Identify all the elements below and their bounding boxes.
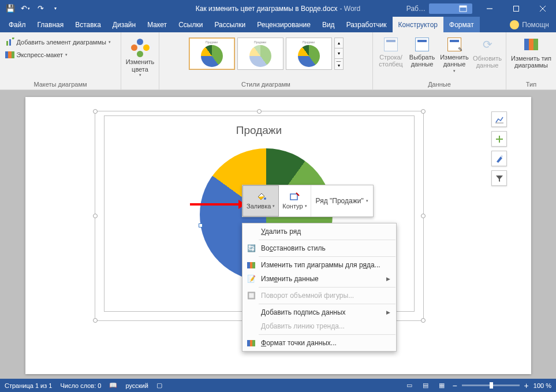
submenu-arrow-icon: ▶ — [386, 276, 390, 282]
outline-icon — [289, 192, 300, 201]
spelling-button[interactable]: 📖 — [109, 382, 117, 389]
print-layout-button[interactable]: ▤ — [420, 381, 431, 390]
maximize-button[interactable] — [503, 0, 529, 17]
tab-view[interactable]: Вид — [316, 17, 341, 32]
change-type-icon — [247, 260, 256, 270]
ctx-separator — [259, 256, 395, 257]
ctx-format-data-point[interactable]: Формат точки данных... — [242, 336, 396, 350]
fill-icon — [255, 192, 267, 201]
resize-handle[interactable] — [421, 318, 426, 323]
ctx-separator — [259, 287, 395, 288]
svg-rect-6 — [6, 41, 8, 46]
ctx-reset-style[interactable]: 🔄 Восстановить стиль — [242, 241, 396, 255]
edit-data-icon: 📝 — [247, 274, 256, 283]
svg-rect-3 — [514, 6, 519, 11]
tab-insert[interactable]: Вставка — [69, 17, 107, 32]
change-chart-type-button[interactable]: Изменить тип диаграммы — [508, 34, 554, 70]
rotate-icon: 🔲 — [247, 291, 256, 300]
chart-side-buttons — [491, 111, 507, 186]
chart-filter-button[interactable] — [491, 170, 507, 186]
zoom-in-button[interactable]: + — [524, 381, 529, 390]
chart-style-1[interactable]: Продажи — [189, 38, 235, 70]
save-button[interactable]: 💾 — [3, 2, 17, 16]
fill-button[interactable]: Заливка▾ — [242, 185, 279, 216]
tab-chart-format[interactable]: Формат — [443, 17, 480, 32]
chart-add-button[interactable] — [491, 131, 507, 147]
redo-button[interactable]: ↷ — [33, 2, 47, 16]
ctx-change-series-type[interactable]: Изменить тип диаграммы для ряда... — [242, 258, 396, 272]
resize-handle[interactable] — [421, 214, 426, 218]
ribbon-display-button[interactable] — [450, 0, 476, 17]
series-selector[interactable]: Ряд "Продажи" ▾ — [311, 185, 373, 216]
ctx-add-data-label[interactable]: Добавить подпись данных ▶ — [242, 305, 396, 319]
tab-file[interactable]: Файл — [3, 17, 32, 32]
colors-icon — [131, 39, 150, 57]
mini-toolbar: Заливка▾ Контур▾ Ряд "Продажи" ▾ — [242, 185, 374, 217]
tab-home[interactable]: Главная — [32, 17, 70, 32]
chart-style-2[interactable]: Продажи — [237, 38, 283, 70]
close-button[interactable] — [529, 0, 556, 17]
add-chart-element-button[interactable]: + Добавить элемент диаграммы ▾ — [3, 36, 113, 48]
resize-handle[interactable] — [93, 214, 98, 218]
slice-select-marker — [199, 223, 203, 227]
tab-mailings[interactable]: Рассылки — [208, 17, 251, 32]
ctx-edit-data[interactable]: 📝 Изменить данные ▶ — [242, 272, 396, 286]
chart-title[interactable]: Продажи — [105, 116, 414, 137]
svg-point-14 — [264, 197, 266, 200]
macro-button[interactable]: ▢ — [156, 382, 162, 389]
resize-handle[interactable] — [93, 109, 98, 114]
tell-me[interactable]: Помощн — [510, 17, 556, 32]
resize-handle[interactable] — [257, 109, 262, 114]
undo-button[interactable]: ↶▾ — [18, 2, 32, 16]
resize-handle[interactable] — [93, 318, 98, 323]
tab-design[interactable]: Дизайн — [107, 17, 141, 32]
ctx-3d-rotation: 🔲 Поворот объемной фигуры... — [242, 289, 396, 303]
tab-review[interactable]: Рецензирование — [251, 17, 316, 32]
group-type: Изменить тип диаграммы Тип — [506, 32, 556, 89]
zoom-level[interactable]: 100 % — [533, 382, 551, 389]
group-layouts-label: Макеты диаграмм — [2, 80, 118, 89]
chart-style-3[interactable]: Продажи — [286, 38, 332, 70]
qat-customize[interactable]: ▾ — [48, 2, 62, 16]
quick-layout-icon — [5, 50, 14, 59]
chevron-down-icon: ▾ — [109, 40, 111, 44]
chevron-down-icon: ▾ — [366, 199, 368, 203]
change-colors-button[interactable]: Изменить цвета ▾ — [124, 34, 157, 79]
language-indicator[interactable]: русский — [125, 382, 148, 389]
group-colors: Изменить цвета ▾ — [121, 32, 159, 89]
read-mode-button[interactable]: ▭ — [404, 381, 415, 390]
titlebar: 💾 ↶▾ ↷ ▾ Как изменить цвет диаграммы в В… — [0, 0, 556, 17]
tab-chart-design[interactable]: Конструктор — [393, 17, 443, 32]
gallery-up[interactable]: ▴ — [335, 38, 343, 48]
zoom-out-button[interactable]: − — [452, 381, 457, 390]
quick-layout-button[interactable]: Экспресс-макет ▾ — [3, 49, 70, 61]
word-count[interactable]: Число слов: 0 — [60, 382, 101, 389]
select-data-button[interactable]: Выбрать данные — [406, 34, 438, 69]
tab-layout[interactable]: Макет — [141, 17, 173, 32]
web-layout-button[interactable]: ▦ — [436, 381, 447, 390]
tab-developer[interactable]: Разработчик — [341, 17, 393, 32]
series-name: Ряд "Продажи" — [316, 197, 364, 205]
ctx-delete-series[interactable]: Удалить ряд — [242, 225, 396, 238]
zoom-slider[interactable] — [462, 384, 520, 386]
gallery-more[interactable]: —▾ — [335, 59, 343, 69]
outline-button[interactable]: Контур▾ — [279, 185, 311, 216]
group-styles-label: Стили диаграмм — [162, 80, 370, 89]
minimize-button[interactable] — [476, 0, 503, 17]
chart-styles-button[interactable] — [491, 151, 507, 166]
reset-icon: 🔄 — [247, 244, 256, 253]
gallery-down[interactable]: ▾ — [335, 48, 343, 59]
edit-data-button[interactable]: ✎ Изменить данные ▾ — [438, 34, 471, 74]
add-element-icon: + — [5, 38, 14, 47]
chart-elements-button[interactable] — [491, 111, 507, 127]
status-bar: Страница 1 из 1 Число слов: 0 📖 русский … — [0, 379, 556, 392]
tab-references[interactable]: Ссылки — [173, 17, 208, 32]
group-colors-spacer — [124, 80, 156, 89]
ribbon: + Добавить элемент диаграммы ▾ Экспресс-… — [0, 32, 556, 90]
svg-rect-1 — [460, 6, 467, 8]
switch-row-column-button: Строка/ столбец — [375, 34, 406, 69]
resize-handle[interactable] — [421, 109, 426, 114]
group-data: Строка/ столбец Выбрать данные ✎ Изменит… — [373, 32, 506, 89]
page-indicator[interactable]: Страница 1 из 1 — [5, 382, 52, 389]
doc-title: Как изменить цвет диаграммы в Ворде.docx — [196, 5, 338, 13]
